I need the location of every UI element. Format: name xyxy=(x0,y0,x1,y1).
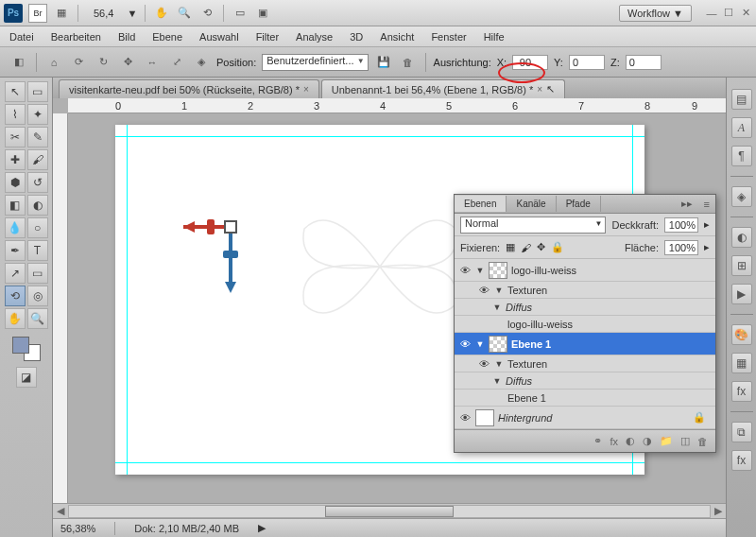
save-icon[interactable]: 💾 xyxy=(374,53,393,72)
tab-unbenannt[interactable]: Unbenannt-1 bei 56,4% (Ebene 1, RGB/8) *… xyxy=(321,79,565,98)
tab-visitenkarte[interactable]: visitenkarte-neu.pdf bei 50% (Rückseite,… xyxy=(59,79,319,98)
tab-pfade[interactable]: Pfade xyxy=(557,196,601,212)
paragraph-icon[interactable]: ¶ xyxy=(731,146,752,166)
visibility-icon[interactable]: 👁 xyxy=(458,338,472,350)
trash-icon[interactable]: 🗑 xyxy=(697,436,708,447)
brush-presets-icon[interactable]: fx xyxy=(731,450,752,471)
menu-auswahl[interactable]: Auswahl xyxy=(199,31,239,43)
layer-row[interactable]: 👁Hintergrund🔒 xyxy=(455,407,715,429)
actions-icon[interactable]: ▶ xyxy=(731,284,752,304)
group-icon[interactable]: 📁 xyxy=(660,435,673,447)
menu-bearbeiten[interactable]: Bearbeiten xyxy=(51,31,101,43)
eyedropper-tool[interactable]: ✎ xyxy=(27,127,48,147)
minimize-icon[interactable]: — xyxy=(705,7,718,20)
zoom-tool[interactable]: 🔍 xyxy=(27,308,48,329)
menu-ebene[interactable]: Ebene xyxy=(152,31,182,43)
history-brush-tool[interactable]: ↺ xyxy=(27,172,48,193)
layer-row-selected[interactable]: 👁▼Ebene 1 xyxy=(455,333,715,355)
color-swatches[interactable] xyxy=(12,337,41,361)
blur-tool[interactable]: 💧 xyxy=(5,217,26,238)
move-tool[interactable]: ↖ xyxy=(5,81,26,102)
horizontal-scrollbar[interactable]: ◀▶ xyxy=(53,503,726,518)
zoom-icon[interactable]: 🔍 xyxy=(176,5,193,22)
zoom-level[interactable]: 56,4 xyxy=(94,8,113,19)
ruler-horizontal[interactable]: 0123456789 xyxy=(68,98,726,113)
z-input[interactable] xyxy=(626,55,662,70)
position-select[interactable]: Benutzerdefiniert... xyxy=(262,54,368,71)
layer-thumbnail[interactable] xyxy=(489,262,507,279)
navigator-icon[interactable]: ⊞ xyxy=(731,255,752,276)
ruler-vertical[interactable] xyxy=(53,113,68,503)
3d-orbit-tool[interactable]: ◎ xyxy=(27,286,48,306)
bridge-logo[interactable]: Br xyxy=(28,4,47,23)
character-icon[interactable]: A xyxy=(731,117,752,138)
menu-hilfe[interactable]: Hilfe xyxy=(484,31,505,43)
menu-analyse[interactable]: Analyse xyxy=(296,31,333,43)
arrange-icon[interactable]: ▭ xyxy=(232,5,249,22)
home-3d-icon[interactable]: ⌂ xyxy=(44,53,63,72)
quickmask-tool[interactable]: ◪ xyxy=(16,367,37,388)
layer-row[interactable]: ▼Diffus xyxy=(455,299,715,316)
scale-3d-icon[interactable]: ⤢ xyxy=(167,53,186,72)
status-zoom[interactable]: 56,38% xyxy=(60,523,95,534)
screen-mode-icon[interactable]: ▣ xyxy=(254,5,271,22)
layer-row[interactable]: ▼Diffus xyxy=(455,372,715,390)
visibility-icon[interactable]: 👁 xyxy=(458,265,472,276)
styles-icon[interactable]: fx xyxy=(731,381,752,402)
menu-filter[interactable]: Filter xyxy=(256,31,279,43)
lock-all-icon[interactable]: 🔒 xyxy=(551,241,564,253)
slide-3d-icon[interactable]: ↔ xyxy=(143,53,162,72)
pan-3d-icon[interactable]: ✥ xyxy=(118,53,137,72)
panel-menu-icon[interactable]: ≡ xyxy=(698,199,715,210)
tab-close-icon[interactable]: × xyxy=(537,84,542,95)
visibility-icon[interactable]: 👁 xyxy=(477,285,490,296)
tab-close-icon[interactable]: × xyxy=(303,84,309,95)
hand-tool[interactable]: ✋ xyxy=(5,308,26,329)
x-input[interactable] xyxy=(512,55,548,70)
crop-tool[interactable]: ✂ xyxy=(5,127,26,147)
heal-tool[interactable]: ✚ xyxy=(5,149,26,170)
workspace-switcher[interactable]: Workflow ▼ xyxy=(619,5,692,22)
brush-tool[interactable]: 🖌 xyxy=(27,149,48,170)
new-layer-icon[interactable]: ◫ xyxy=(680,435,690,447)
stamp-tool[interactable]: ⬢ xyxy=(5,172,26,193)
wand-tool[interactable]: ✦ xyxy=(27,104,48,125)
menu-datei[interactable]: Datei xyxy=(9,31,34,43)
lasso-tool[interactable]: ⌇ xyxy=(5,104,26,125)
layer-thumbnail[interactable] xyxy=(489,336,507,353)
adjustment-layer-icon[interactable]: ◑ xyxy=(643,435,652,447)
path-tool[interactable]: ↗ xyxy=(5,263,26,284)
dodge-tool[interactable]: ○ xyxy=(27,217,48,238)
layer-fx-icon[interactable]: fx xyxy=(610,436,618,447)
twirl-icon[interactable]: ▼ xyxy=(475,266,485,275)
3d-gizmo[interactable] xyxy=(174,199,287,312)
tool-preset-icon[interactable]: ◧ xyxy=(9,53,28,72)
layer-row[interactable]: 👁▼Texturen xyxy=(455,282,715,299)
cube-3d-icon[interactable]: ◈ xyxy=(192,53,211,72)
eraser-tool[interactable]: ◧ xyxy=(5,195,26,216)
type-tool[interactable]: T xyxy=(27,240,48,261)
clone-icon[interactable]: ⧉ xyxy=(731,422,752,442)
fill-input[interactable] xyxy=(664,240,698,255)
zoom-dropdown-icon[interactable]: ▼ xyxy=(127,8,137,19)
tab-ebenen[interactable]: Ebenen xyxy=(455,196,507,212)
swatches-icon[interactable]: ▦ xyxy=(731,353,752,373)
3d-rotate-tool[interactable]: ⟲ xyxy=(5,286,26,306)
menu-fenster[interactable]: Fenster xyxy=(431,31,466,43)
blend-mode-select[interactable]: Normal xyxy=(460,217,606,234)
delete-icon[interactable]: 🗑 xyxy=(399,53,418,72)
shape-tool[interactable]: ▭ xyxy=(27,263,48,284)
color-icon[interactable]: 🎨 xyxy=(731,324,752,345)
lock-pixels-icon[interactable]: 🖌 xyxy=(521,242,531,253)
layer-mask-icon[interactable]: ◐ xyxy=(626,435,635,447)
marquee-tool[interactable]: ▭ xyxy=(27,81,48,102)
layer-row[interactable]: logo-illu-weiss xyxy=(455,316,715,333)
menu-3d[interactable]: 3D xyxy=(350,31,363,43)
layer-row[interactable]: 👁▼Texturen xyxy=(455,355,715,372)
hand-icon[interactable]: ✋ xyxy=(153,5,170,22)
close-icon[interactable]: ✕ xyxy=(739,7,752,20)
layer-row[interactable]: Ebene 1 xyxy=(455,390,715,407)
link-layers-icon[interactable]: ⚭ xyxy=(593,435,602,447)
layers-icon[interactable]: ◈ xyxy=(731,186,752,207)
maximize-icon[interactable]: ☐ xyxy=(722,7,735,20)
